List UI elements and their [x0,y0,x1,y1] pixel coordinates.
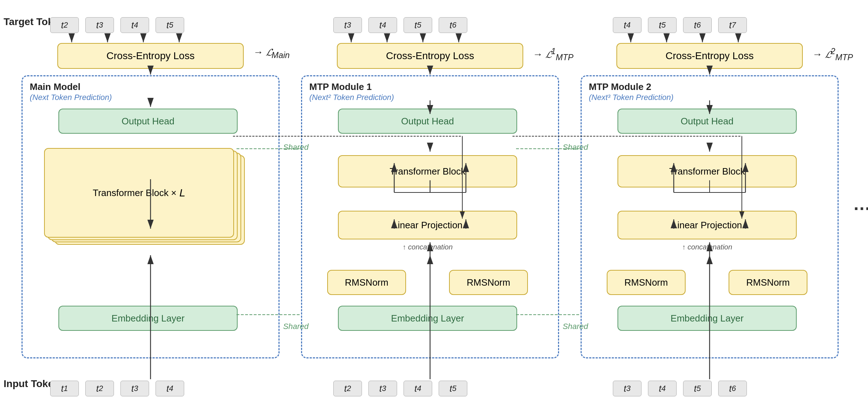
main-transformer-stack: Transformer Block × L [44,148,256,256]
token-t4-mtp2-input: t4 [648,381,677,396]
mtp1-input-tokens: t2 t3 t4 t5 [333,381,467,396]
mtp2-concat-label: ↑ concatenation [682,243,732,251]
token-t4-mtp1-input: t4 [404,381,432,396]
mtp1-target-tokens: t3 t4 t5 t6 [333,17,467,33]
token-t6-mtp1-target: t6 [439,17,467,33]
mtp1-linear-projection: Linear Projection [338,211,517,239]
mtp1-rmsnorm-left: RMSNorm [327,270,406,295]
diagram-container: Target Tokens Input Tokens Main Model (N… [0,0,868,405]
ellipsis: … [853,194,868,214]
mtp2-input-tokens: t3 t4 t5 t6 [613,381,747,396]
mtp2-output-head: Output Head [617,109,797,134]
shared-label-output-head-2: Shared [563,143,588,152]
token-t5-main-target: t5 [156,17,184,33]
token-t6-mtp2-target: t6 [683,17,712,33]
main-output-head: Output Head [58,109,238,134]
mtp1-transformer-block: Transformer Block [338,155,517,187]
mtp2-rmsnorm-right: RMSNorm [729,270,807,295]
token-t7-mtp2-target: t7 [718,17,747,33]
mtp2-loss-label: → 𝓛2MTP [812,47,853,62]
shared-label-embedding-2: Shared [563,322,588,331]
mtp1-loss-label: → 𝓛1MTP [533,47,573,62]
main-model-title: Main Model [30,81,81,92]
main-loss-label: → 𝓛Main [253,47,290,60]
token-t5-mtp2-input: t5 [683,381,712,396]
mtp1-embedding-layer: Embedding Layer [338,306,517,331]
mtp2-linear-projection: Linear Projection [617,211,797,239]
main-model-module: Main Model (Next Token Prediction) Outpu… [22,75,280,358]
main-input-tokens: t1 t2 t3 t4 [50,381,184,396]
mtp2-transformer-block: Transformer Block [617,155,797,187]
mtp1-title: MTP Module 1 [309,81,372,92]
token-t3-main-target: t3 [85,17,114,33]
token-t4-main-target: t4 [120,17,149,33]
token-t2-main-input: t2 [85,381,114,396]
main-model-subtitle: (Next Token Prediction) [30,93,112,102]
mtp1-module: MTP Module 1 (Next² Token Prediction) Ou… [301,75,559,358]
token-t2-main-target: t2 [50,17,79,33]
token-t5-mtp1-input: t5 [439,381,467,396]
mtp1-output-head: Output Head [338,109,517,134]
token-t3-mtp2-input: t3 [613,381,642,396]
mtp1-subtitle: (Next² Token Prediction) [309,93,394,102]
token-t4-mtp2-target: t4 [613,17,642,33]
mtp2-rmsnorm-left: RMSNorm [607,270,686,295]
shared-label-output-head: Shared [283,143,309,152]
mtp2-embedding-layer: Embedding Layer [617,306,797,331]
mtp2-subtitle: (Next³ Token Prediction) [589,93,673,102]
token-t2-mtp1-input: t2 [333,381,362,396]
token-t6-mtp2-input: t6 [718,381,747,396]
main-embedding-layer: Embedding Layer [58,306,238,331]
main-loss-box: Cross-Entropy Loss [57,43,244,69]
mtp2-target-tokens: t4 t5 t6 t7 [613,17,747,33]
shared-label-embedding: Shared [283,322,309,331]
token-t4-main-input: t4 [156,381,184,396]
mtp1-loss-box: Cross-Entropy Loss [337,43,523,69]
token-t3-mtp1-input: t3 [368,381,397,396]
token-t1-main-input: t1 [50,381,79,396]
mtp2-loss-box: Cross-Entropy Loss [616,43,803,69]
token-t4-mtp1-target: t4 [368,17,397,33]
mtp2-title: MTP Module 2 [589,81,651,92]
token-t5-mtp2-target: t5 [648,17,677,33]
mtp1-concat-label: ↑ concatenation [402,243,453,251]
token-t5-mtp1-target: t5 [404,17,432,33]
token-t3-main-input: t3 [120,381,149,396]
main-target-tokens: t2 t3 t4 t5 [50,17,184,33]
mtp2-module: MTP Module 2 (Next³ Token Prediction) Ou… [581,75,839,358]
mtp1-rmsnorm-right: RMSNorm [449,270,528,295]
token-t3-mtp1-target: t3 [333,17,362,33]
